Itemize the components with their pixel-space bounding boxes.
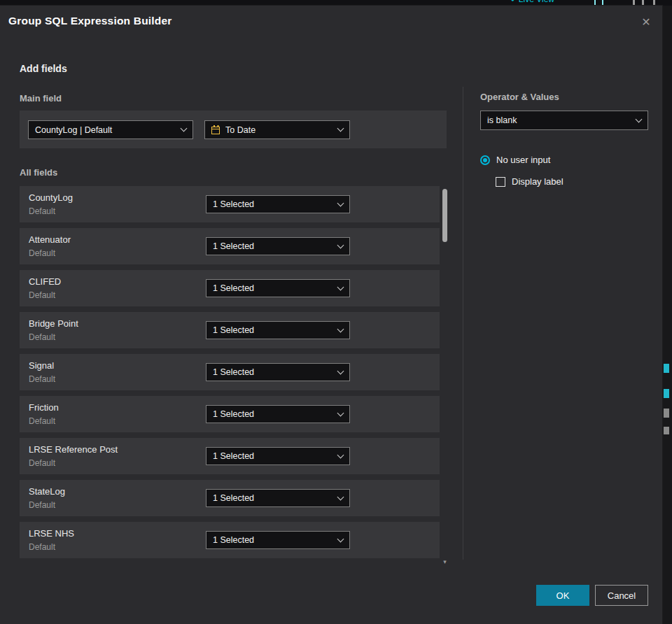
scrollbar-thumb[interactable] [442, 189, 447, 242]
section-title-add-fields: Add fields [20, 63, 67, 74]
main-field-row: CountyLog | Default To Date [20, 111, 447, 148]
field-subtitle: Default [29, 500, 55, 510]
field-row: LRSE NHSDefault1 Selected [20, 522, 440, 558]
field-row: StateLogDefault1 Selected [20, 480, 440, 516]
main-field-select[interactable]: CountyLog | Default [28, 120, 193, 139]
field-selected-dropdown[interactable]: 1 Selected [206, 279, 350, 297]
field-subtitle: Default [29, 542, 55, 552]
field-name: Friction [29, 402, 59, 413]
scrollbar: ▾ [442, 187, 448, 565]
field-selected-dropdown[interactable]: 1 Selected [206, 321, 350, 339]
operator-select[interactable]: is blank [480, 111, 648, 130]
field-selected-value: 1 Selected [213, 451, 332, 461]
field-row: LRSE Reference PostDefault1 Selected [20, 438, 440, 474]
chevron-down-icon [181, 125, 188, 132]
field-selected-dropdown[interactable]: 1 Selected [206, 405, 350, 423]
field-subtitle: Default [29, 458, 55, 468]
toolbar-icon-fragment [594, 0, 596, 5]
field-row: SignalDefault1 Selected [20, 354, 440, 390]
display-label-label: Display label [512, 176, 564, 187]
scrollbar-down-arrow-icon[interactable]: ▾ [442, 559, 448, 565]
field-selected-value: 1 Selected [213, 199, 332, 209]
operator-select-value: is blank [487, 115, 631, 125]
no-user-input-label: No user input [496, 155, 550, 165]
radio-selected-icon [480, 155, 490, 165]
background-right-edge [662, 6, 672, 624]
chevron-down-icon [337, 283, 344, 290]
field-selected-dropdown[interactable]: 1 Selected [206, 447, 350, 465]
toolbar-icon-fragment [653, 0, 655, 5]
display-label-checkbox[interactable]: Display label [496, 176, 564, 187]
chevron-down-icon [337, 493, 344, 500]
field-subtitle: Default [29, 374, 55, 384]
field-row: AttenuatorDefault1 Selected [20, 228, 440, 264]
chevron-down-icon [337, 325, 344, 332]
field-name: CLIFED [29, 276, 61, 287]
field-selected-value: 1 Selected [213, 367, 332, 377]
chevron-down-icon [636, 115, 643, 122]
field-name: LRSE NHS [29, 528, 74, 539]
background-icon-fragment [664, 427, 669, 434]
no-user-input-radio[interactable]: No user input [480, 155, 550, 165]
background-top-toolbar: ● Live View [0, 0, 672, 6]
field-selected-value: 1 Selected [213, 409, 332, 419]
all-fields-list: CountyLogDefault1 SelectedAttenuatorDefa… [20, 186, 440, 564]
all-fields-label: All fields [20, 167, 57, 178]
field-name: CountyLog [29, 192, 73, 203]
toolbar-icon-fragment [602, 0, 603, 5]
field-subtitle: Default [29, 332, 55, 342]
chevron-down-icon [337, 241, 344, 248]
calendar-icon [211, 127, 220, 134]
cancel-button[interactable]: Cancel [595, 585, 648, 606]
main-field-select-value: CountyLog | Default [35, 125, 176, 135]
background-icon-fragment [664, 389, 669, 398]
close-icon[interactable]: ✕ [638, 14, 654, 29]
chevron-down-icon [337, 125, 344, 132]
chevron-down-icon [337, 367, 344, 374]
field-row: CountyLogDefault1 Selected [20, 186, 440, 222]
field-selected-dropdown[interactable]: 1 Selected [206, 531, 350, 549]
field-selected-value: 1 Selected [213, 283, 332, 293]
checkbox-unchecked-icon [496, 177, 505, 187]
live-view-indicator: ● Live View [511, 0, 554, 4]
field-selected-dropdown[interactable]: 1 Selected [206, 195, 350, 213]
dialog-title: Group SQL Expression Builder [8, 15, 172, 27]
operator-values-label: Operator & Values [480, 92, 559, 102]
main-field-value-select-value: To Date [225, 125, 332, 135]
field-selected-dropdown[interactable]: 1 Selected [206, 363, 350, 381]
live-view-dot-icon: ● [511, 0, 514, 3]
field-subtitle: Default [29, 248, 55, 258]
toolbar-icon-fragment [633, 0, 635, 5]
field-row: CLIFEDDefault1 Selected [20, 270, 440, 306]
background-icon-fragment [664, 364, 669, 373]
chevron-down-icon [337, 409, 344, 416]
chevron-down-icon [337, 535, 344, 542]
field-name: StateLog [29, 486, 65, 497]
group-sql-expression-builder-dialog: Group SQL Expression Builder ✕ Add field… [0, 6, 662, 624]
field-subtitle: Default [29, 416, 55, 426]
field-subtitle: Default [29, 290, 55, 300]
field-row: Bridge PointDefault1 Selected [20, 312, 440, 348]
chevron-down-icon [337, 199, 344, 206]
chevron-down-icon [337, 451, 344, 458]
toolbar-icon-fragment [642, 0, 644, 5]
ok-button[interactable]: OK [536, 585, 589, 606]
field-name: Signal [29, 360, 54, 371]
field-subtitle: Default [29, 206, 55, 216]
vertical-divider [463, 87, 463, 560]
field-name: Bridge Point [29, 318, 78, 329]
field-name: Attenuator [29, 234, 71, 245]
field-selected-dropdown[interactable]: 1 Selected [206, 489, 350, 507]
field-selected-value: 1 Selected [213, 493, 332, 503]
background-icon-fragment [664, 409, 669, 418]
field-selected-dropdown[interactable]: 1 Selected [206, 237, 350, 255]
live-view-label: Live View [519, 0, 554, 4]
field-selected-value: 1 Selected [213, 241, 332, 251]
field-name: LRSE Reference Post [29, 444, 118, 455]
main-field-value-select[interactable]: To Date [204, 120, 350, 139]
field-selected-value: 1 Selected [213, 325, 332, 335]
main-field-label: Main field [20, 93, 62, 104]
field-selected-value: 1 Selected [213, 535, 332, 545]
field-row: FrictionDefault1 Selected [20, 396, 440, 432]
